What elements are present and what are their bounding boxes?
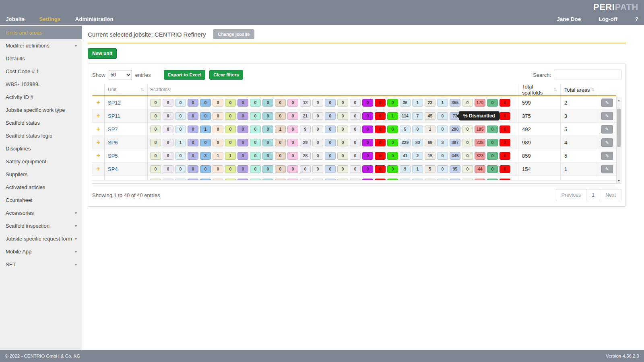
expand-row-button[interactable]: + <box>96 113 100 119</box>
nav-item-settings[interactable]: Settings <box>39 16 60 22</box>
scaffold-count-badge: 0 <box>375 125 386 133</box>
previous-page-button[interactable]: Previous <box>556 189 587 201</box>
page-size-select[interactable]: 50 <box>109 70 132 80</box>
scaffold-count-badge: 0 <box>163 99 173 107</box>
chevron-down-icon: ▾ <box>75 249 77 254</box>
sort-icon[interactable]: ⇅ <box>553 87 557 93</box>
scaffold-count-badge: 0 <box>262 125 273 133</box>
scaffold-count-badge: 0 <box>213 99 223 107</box>
sidebar-item-scaffold-status[interactable]: Scaffold status <box>0 116 82 129</box>
header-total-areas[interactable]: Total areas⇅ <box>560 84 598 95</box>
unit-link[interactable]: SP12 <box>108 100 121 106</box>
scaffold-count-badge: 0 <box>437 125 448 133</box>
sidebar-item-disciplines[interactable]: Disciplines <box>0 142 82 155</box>
nav-item-administration[interactable]: Administration <box>75 16 114 22</box>
sidebar-item-activity-id[interactable]: Activity ID # <box>0 90 82 103</box>
sidebar-item-wbs-103989[interactable]: WBS- 103989. <box>0 78 82 90</box>
unit-link[interactable]: SP6 <box>108 140 118 146</box>
total-scaffolds-cell: 859 <box>518 149 560 162</box>
sidebar-item-suppliers[interactable]: Suppliers <box>0 168 82 181</box>
scaffold-count-badge: 9 <box>400 165 411 173</box>
expand-row-button[interactable]: + <box>96 166 100 172</box>
expand-row-button[interactable]: + <box>96 99 100 106</box>
scaffold-count-badge: 0 <box>325 139 336 146</box>
sidebar-item-cost-code-1[interactable]: Cost Code # 1 <box>0 65 82 78</box>
scaffold-count-badge: 0 <box>188 125 198 133</box>
total-scaffolds-cell: 492 <box>518 123 560 136</box>
header-scaffolds: Scaffolds <box>147 84 518 95</box>
scaffold-count-badge: 1 <box>225 152 236 160</box>
expand-cell: + <box>92 136 104 149</box>
unit-link[interactable]: SP7 <box>108 126 118 132</box>
scaffold-count-badge: 0 <box>337 125 348 133</box>
sidebar: Units and areasModifier definitions▾Defa… <box>0 25 82 350</box>
sidebar-item-safety-equipment[interactable]: Safety equipment <box>0 155 82 168</box>
peripath-logo: PERIPATH <box>593 2 638 12</box>
header-total-scaffolds[interactable]: Total scaffolds⇅ <box>518 84 560 95</box>
scaffolds-cell: 0000000000000000000091509504400 <box>147 162 518 175</box>
expand-row-button[interactable]: + <box>96 152 100 159</box>
expand-row-button[interactable]: + <box>96 139 100 146</box>
expand-row-button[interactable]: + <box>96 126 100 132</box>
sidebar-item-mobile-app[interactable]: Mobile App▾ <box>0 245 82 258</box>
sidebar-item-units-and-areas[interactable]: Units and areas <box>0 26 82 39</box>
sidebar-item-modifier-definitions[interactable]: Modifier definitions▾ <box>0 39 82 52</box>
scaffold-count-badge: 0 <box>150 112 161 120</box>
nav-left: Jobsite Settings Administration <box>6 16 114 22</box>
edit-row-button[interactable]: ✎ <box>601 125 613 134</box>
sidebar-item-scaffold-inspection[interactable]: Scaffold inspection▾ <box>0 219 82 232</box>
scaffolds-cell: 000031100000280000000412150445032300 <box>147 149 518 162</box>
edit-row-button[interactable]: ✎ <box>601 112 613 120</box>
scaffold-count-badge: 0 <box>213 125 223 133</box>
scaffold-count-badge: 0 <box>325 152 336 160</box>
edit-row-button[interactable]: ✎ <box>601 165 613 173</box>
new-unit-button[interactable]: New unit <box>88 48 117 59</box>
scaffold-count-badge: 445 <box>450 152 460 160</box>
user-name[interactable]: Jane Doe <box>557 16 581 22</box>
search-input[interactable] <box>554 70 621 80</box>
unit-link[interactable]: SP11 <box>108 113 120 119</box>
expand-cell: + <box>92 123 104 136</box>
scaffold-count-badge: 0 <box>325 112 336 120</box>
nav-item-jobsite[interactable]: Jobsite <box>6 16 25 22</box>
scaffold-count-badge: 0 <box>175 165 186 173</box>
nav-right: Jane Doe Log-off ? <box>557 16 638 22</box>
edit-row-button[interactable]: ✎ <box>601 152 613 160</box>
logoff-button[interactable]: Log-off <box>599 16 617 22</box>
help-icon[interactable]: ? <box>635 16 638 22</box>
sidebar-item-jobsite-specific-request-form[interactable]: Jobsite specific request form▾ <box>0 232 82 245</box>
sidebar-item-activated-articles[interactable]: Activated articles <box>0 181 82 193</box>
sidebar-item-accessories[interactable]: Accessories▾ <box>0 206 82 219</box>
scaffold-count-badge: 0 <box>500 165 510 173</box>
sidebar-item-set[interactable]: SET▾ <box>0 258 82 271</box>
unit-link[interactable]: SP4 <box>108 166 118 172</box>
scaffold-count-badge: 0 <box>225 125 236 133</box>
scaffold-count-badge: 1 <box>200 125 211 133</box>
clear-filters-button[interactable]: Clear filters <box>209 70 243 80</box>
change-jobsite-button[interactable]: Change jobsite <box>213 29 254 39</box>
edit-cell: ✎ <box>598 96 616 109</box>
scaffold-count-badge: 0 <box>362 99 373 107</box>
scaffold-count-badge: 0 <box>163 125 173 133</box>
sidebar-item-defaults[interactable]: Defaults <box>0 52 82 65</box>
sidebar-item-scaffold-status-logic[interactable]: Scaffold status logic <box>0 129 82 142</box>
sidebar-item-jobsite-specific-work-type[interactable]: Jobsite specific work type <box>0 103 82 116</box>
scaffold-count-badge: 185 <box>475 125 485 133</box>
sidebar-item-countsheet[interactable]: Countsheet <box>0 193 82 206</box>
page-number-button[interactable]: 1 <box>586 189 600 201</box>
edit-row-button[interactable]: ✎ <box>601 99 613 107</box>
scroll-thumb[interactable] <box>617 109 621 147</box>
scroll-up-icon[interactable]: ▲ <box>617 97 621 103</box>
export-excel-button[interactable]: Export to Excel <box>164 70 206 80</box>
scroll-track[interactable] <box>617 103 621 178</box>
edit-row-button[interactable]: ✎ <box>601 138 613 147</box>
scaffold-count-badge: 0 <box>437 112 448 120</box>
unit-link[interactable]: SP5 <box>108 153 118 159</box>
layout: Units and areasModifier definitions▾Defa… <box>0 25 644 350</box>
sort-icon[interactable]: ⇅ <box>140 87 144 93</box>
sort-icon[interactable]: ⇅ <box>591 87 594 93</box>
vertical-scrollbar[interactable]: ▲ ▼ <box>616 97 621 184</box>
header-unit[interactable]: Unit⇅ <box>104 84 147 95</box>
scroll-down-icon[interactable]: ▼ <box>617 178 621 183</box>
next-page-button[interactable]: Next <box>600 189 621 201</box>
